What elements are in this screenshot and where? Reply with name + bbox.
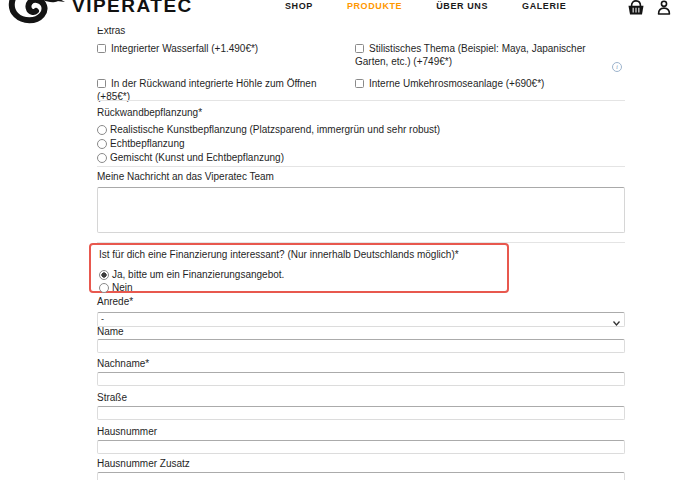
page: Extras Integrierter Wasserfall (+1.490€*…: [0, 0, 689, 480]
strasse-label: Straße: [97, 392, 127, 404]
rueckwand-option: Gemischt (Kunst und Echtbepflanzung): [97, 151, 440, 164]
account-icon[interactable]: [656, 0, 672, 20]
nav-item-galerie[interactable]: GALERIE: [522, 1, 566, 11]
name-input[interactable]: [97, 339, 625, 353]
name-label: Name: [97, 326, 124, 338]
cart-icon[interactable]: [627, 0, 645, 20]
nav-item-shop[interactable]: SHOP: [285, 1, 313, 11]
nachname-input[interactable]: [97, 372, 625, 386]
financing-option-label: Ja, bitte um ein Finanzierungsangebot.: [112, 269, 284, 280]
anrede-select-wrap: -: [97, 308, 625, 323]
extras-option: Stilistisches Thema (Beispiel: Maya, Jap…: [355, 42, 625, 68]
main-nav: SHOP PRODUKTE ÜBER UNS GALERIE: [285, 1, 566, 11]
nav-item-produkte[interactable]: PRODUKTE: [347, 1, 402, 11]
rueckwand-option: Realistische Kunstbepflanzung (Platzspar…: [97, 123, 440, 136]
extras-checkbox-wasserfall[interactable]: [97, 44, 106, 53]
financing-option: Nein: [99, 281, 499, 294]
form-content: Extras Integrierter Wasserfall (+1.490€*…: [97, 0, 625, 480]
strasse-input[interactable]: [97, 406, 625, 420]
hausnummer-label: Hausnummer: [97, 426, 157, 438]
nav-item-ueber-uns[interactable]: ÜBER UNS: [436, 1, 488, 11]
hausnummer-zusatz-input[interactable]: [97, 472, 625, 480]
brand-logo[interactable]: VIPERATEC: [6, 0, 193, 28]
extras-option-label: In der Rückwand integrierte Höhle zum Öf…: [97, 78, 316, 102]
header-icons: [627, 0, 672, 20]
extras-options: Integrierter Wasserfall (+1.490€*) Stili…: [97, 42, 625, 112]
rueckwand-section-label: Rückwandbepflanzung*: [97, 107, 202, 119]
rueckwand-radio-gemischt[interactable]: [97, 153, 107, 163]
rueckwand-options: Realistische Kunstbepflanzung (Platzspar…: [97, 123, 440, 165]
financing-option: Ja, bitte um ein Finanzierungsangebot.: [99, 268, 499, 281]
hausnummer-zusatz-label: Hausnummer Zusatz: [97, 458, 190, 470]
rueckwand-radio-kunst[interactable]: [97, 125, 107, 135]
hausnummer-input[interactable]: [97, 440, 625, 454]
financing-radio-ja[interactable]: [99, 270, 109, 280]
extras-option-label: Integrierter Wasserfall (+1.490€*): [111, 43, 258, 54]
info-icon[interactable]: i: [612, 62, 622, 72]
extras-option-label: Interne Umkehrosmoseanlage (+690€*): [369, 78, 544, 89]
financing-question: Ist für dich eine Finanzierung interessa…: [99, 249, 499, 261]
financing-radio-nein[interactable]: [99, 283, 109, 293]
extras-checkbox-hoehle[interactable]: [97, 79, 106, 88]
anrede-select[interactable]: -: [97, 312, 625, 327]
anrede-label: Anrede*: [97, 296, 133, 308]
message-textarea[interactable]: [97, 187, 625, 233]
rueckwand-radio-echt[interactable]: [97, 139, 107, 149]
section-divider: [97, 100, 625, 101]
financing-option-label: Nein: [112, 282, 133, 293]
rueckwand-option-label: Echtbepflanzung: [110, 138, 185, 149]
extras-checkbox-thema[interactable]: [355, 44, 364, 53]
rueckwand-option-label: Gemischt (Kunst und Echtbepflanzung): [110, 152, 284, 163]
snake-logo-icon: [6, 0, 68, 28]
financing-highlight-box: Ist für dich eine Finanzierung interessa…: [89, 243, 509, 293]
nachname-label: Nachname*: [97, 358, 149, 370]
extras-option-label: Stilistisches Thema (Beispiel: Maya, Jap…: [355, 43, 586, 67]
message-label: Meine Nachricht an das Viperatec Team: [97, 171, 274, 183]
extras-checkbox-umkehrosmose[interactable]: [355, 79, 364, 88]
rueckwand-option: Echtbepflanzung: [97, 137, 440, 150]
site-header: VIPERATEC SHOP PRODUKTE ÜBER UNS GALERIE: [0, 0, 689, 27]
extras-option: Integrierter Wasserfall (+1.490€*): [97, 42, 355, 68]
section-divider: [97, 166, 625, 167]
rueckwand-option-label: Realistische Kunstbepflanzung (Platzspar…: [110, 124, 440, 135]
brand-name: VIPERATEC: [72, 0, 193, 17]
